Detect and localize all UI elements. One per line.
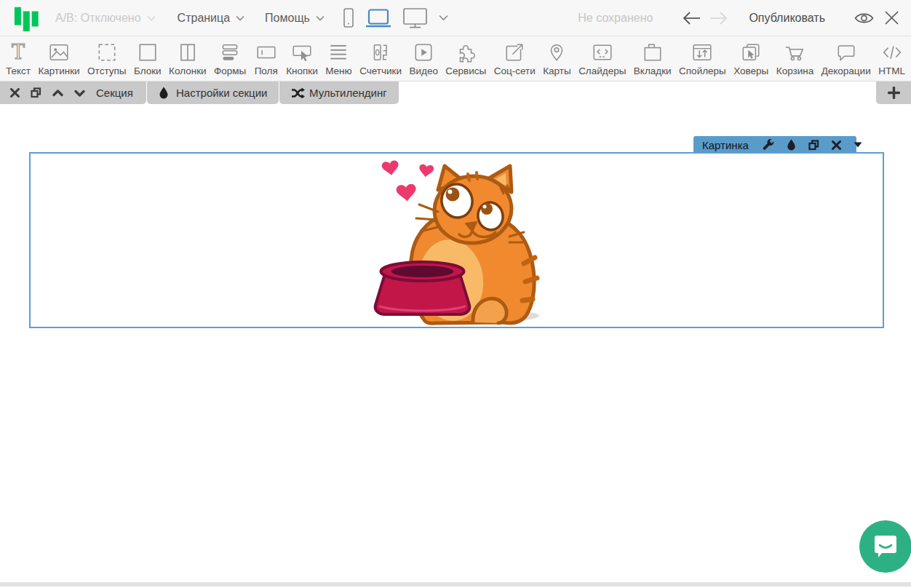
toolbar-item-label: Блоки [134,65,162,76]
help-menu[interactable]: Помощь [265,12,325,25]
toolbar-item-sliders[interactable]: Слайдеры [578,41,626,76]
toolbar-item-hovers[interactable]: Ховеры [733,41,768,76]
toolbar-item-cart[interactable]: Корзина [776,41,813,76]
page-menu[interactable]: Страница [178,12,245,25]
section-settings-label: Настройки секции [176,87,267,99]
toolbar-item-label: Ховеры [733,65,768,76]
move-down-icon[interactable] [74,90,85,97]
toolbar-item-menu[interactable]: Меню [325,41,352,76]
toolbar-item-blocks[interactable]: Блоки [134,41,162,76]
save-status: Не сохранено [578,12,653,25]
toolbar-item-social[interactable]: Соц-сети [494,41,536,76]
html-icon [881,41,903,63]
sliders-icon [592,41,613,63]
hovers-icon [740,41,762,63]
device-preview-switcher [343,8,448,28]
toolbar-item-images[interactable]: Картинки [38,41,79,76]
phone-icon[interactable] [343,8,354,28]
maps-icon [546,41,568,63]
page-menu-label: Страница [178,12,231,25]
toolbar-item-label: Текст [6,65,31,76]
toolbar-item-label: Поля [255,65,278,76]
caret-down-icon[interactable] [854,142,862,148]
delete-icon[interactable] [832,140,841,150]
decorations-icon [835,41,857,63]
droplet-icon [159,87,169,99]
counters-icon [370,41,391,63]
droplet-icon[interactable] [787,139,796,151]
page-canvas[interactable]: Картинка [0,104,911,582]
section-tab[interactable]: Секция [0,82,146,104]
element-toolbar: Картинка [693,136,856,154]
multilanding-tab[interactable]: Мультилендинг [279,82,399,104]
blocks-icon [137,41,159,63]
toolbar-item-html[interactable]: HTML [878,41,905,76]
chevron-down-icon[interactable] [439,15,448,21]
toolbar-item-counters[interactable]: Счетчики [359,41,402,76]
add-section-icon [888,87,900,99]
chat-widget-button[interactable] [859,520,911,573]
wrench-icon[interactable] [763,139,774,151]
toolbar-item-label: Отступы [87,65,126,76]
toolbar-item-label: Вкладки [634,65,672,76]
laptop-icon[interactable] [365,9,391,28]
toolbar-item-label: Спойлеры [679,65,726,76]
delete-section-icon[interactable] [10,88,20,98]
hearts [381,160,434,202]
toolbar-item-spoilers[interactable]: Спойлеры [679,41,726,76]
ab-test-menu[interactable]: А/В: Отключено [55,12,156,25]
toolbar-item-services[interactable]: Сервисы [445,41,486,76]
text-icon: T [7,41,29,63]
element-type-label: Картинка [702,139,749,151]
toolbar-item-decorations[interactable]: Декорации [822,41,871,76]
toolbar-item-label: Слайдеры [578,65,626,76]
toolbar-item-buttons[interactable]: Кнопки [286,41,318,76]
publish-button[interactable]: Опубликовать [749,12,825,25]
cart-icon [784,41,805,63]
selected-image-element[interactable] [29,152,884,328]
toolbar-item-video[interactable]: Видео [409,41,437,76]
menu-icon [327,41,349,63]
toolbar-item-spacing[interactable]: Отступы [87,41,126,76]
toolbar-item-tabs[interactable]: Вкладки [634,41,672,76]
preview-eye-icon[interactable] [854,12,874,25]
redo-arrow-icon[interactable] [709,10,728,26]
toolbar-item-maps[interactable]: Карты [543,41,570,76]
duplicate-icon[interactable] [808,140,819,151]
undo-arrow-icon[interactable] [682,10,701,26]
toolbar-item-label: Меню [325,65,352,76]
add-section-tab[interactable] [876,82,911,104]
ab-test-label: А/В: Отключено [55,12,141,25]
spoilers-icon [691,41,713,63]
chevron-down-icon [316,15,325,21]
chevron-down-icon [147,15,156,21]
toolbar-item-label: Картинки [38,65,79,76]
chevron-down-icon [236,15,244,21]
toolbar-item-label: Счетчики [359,65,402,76]
horizontal-scrollbar[interactable] [0,582,911,587]
chat-icon [872,533,899,560]
fields-icon [255,41,277,63]
toolbar-item-label: HTML [878,65,905,76]
section-bar: Секция Настройки секции Мультилендинг [0,82,911,104]
columns-icon [177,41,199,63]
toolbar-item-label: Сервисы [445,65,486,76]
toolbar-item-label: Карты [543,65,570,76]
toolbar-item-label: Кнопки [286,65,318,76]
toolbar-item-label: Декорации [822,65,871,76]
section-settings-tab[interactable]: Настройки секции [147,82,279,104]
toolbar-item-forms[interactable]: Формы [214,41,246,76]
social-icon [504,41,525,63]
desktop-icon[interactable] [403,8,427,28]
move-up-icon[interactable] [52,90,63,97]
toolbar-item-label: Соц-сети [494,65,536,76]
shuffle-icon [291,87,305,99]
lp-logo[interactable] [13,4,41,32]
toolbar-item-columns[interactable]: Колонки [169,41,207,76]
toolbar-item-label: Корзина [776,65,813,76]
buttons-icon [291,41,313,63]
toolbar-item-text[interactable]: T Текст [6,41,31,76]
duplicate-section-icon[interactable] [31,87,41,98]
toolbar-item-fields[interactable]: Поля [254,41,279,76]
close-icon[interactable] [884,10,899,25]
